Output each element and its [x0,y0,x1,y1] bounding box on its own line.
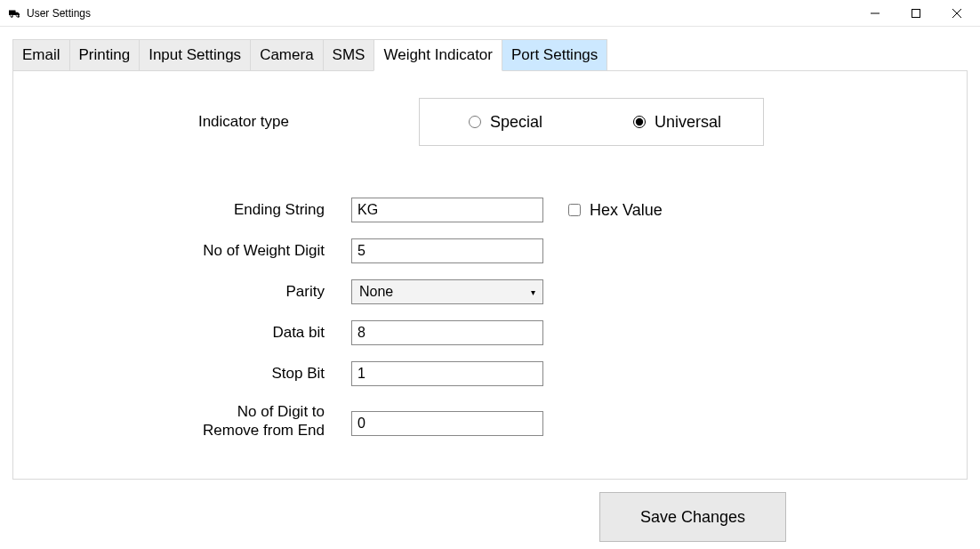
tab-camera[interactable]: Camera [250,39,323,71]
close-button[interactable] [939,0,980,27]
tab-weight-indicator[interactable]: Weight Indicator [374,39,502,71]
save-changes-button[interactable]: Save Changes [599,492,786,542]
radio-special[interactable]: Special [420,113,591,132]
data-bit-label: Data bit [49,324,351,342]
tab-bar: Email Printing Input Settings Camera SMS… [12,39,968,71]
no-weight-digit-input[interactable] [351,238,543,263]
indicator-type-label: Indicator type [49,113,316,131]
svg-rect-0 [9,10,15,14]
ending-string-input[interactable] [351,198,543,222]
ending-string-label: Ending String [49,201,351,219]
indicator-type-group: Special Universal [419,98,764,146]
no-digit-remove-input[interactable] [351,411,543,436]
tab-printing[interactable]: Printing [69,39,141,71]
stop-bit-label: Stop Bit [49,365,351,383]
no-digit-remove-label: No of Digit to Remove from End [49,402,351,440]
hex-value-checkbox[interactable] [568,204,581,216]
svg-point-1 [10,14,12,16]
hex-value-label: Hex Value [590,201,663,220]
stop-bit-input[interactable] [351,361,543,386]
titlebar: User Settings [0,0,980,27]
tab-sms[interactable]: SMS [323,39,375,71]
svg-rect-4 [912,9,920,17]
maximize-button[interactable] [898,0,939,27]
parity-value: None [359,284,393,300]
app-icon [7,6,21,20]
no-weight-digit-label: No of Weight Digit [49,242,351,260]
parity-label: Parity [49,283,351,301]
tab-pane-weight-indicator: Indicator type Special Universal Ending … [12,70,968,480]
radio-special-label: Special [490,113,542,132]
svg-point-2 [16,14,18,16]
dropdown-caret-icon: ▾ [531,287,535,297]
radio-universal-label: Universal [655,113,721,132]
tab-input-settings[interactable]: Input Settings [139,39,251,71]
radio-universal[interactable]: Universal [591,113,763,132]
tab-email[interactable]: Email [12,39,70,71]
data-bit-input[interactable] [351,320,543,345]
minimize-button[interactable] [857,0,898,27]
radio-universal-input[interactable] [633,116,646,128]
window-title: User Settings [27,7,91,20]
tab-port-settings[interactable]: Port Settings [502,39,607,71]
parity-select[interactable]: None ▾ [351,279,543,304]
radio-special-input[interactable] [469,116,481,128]
